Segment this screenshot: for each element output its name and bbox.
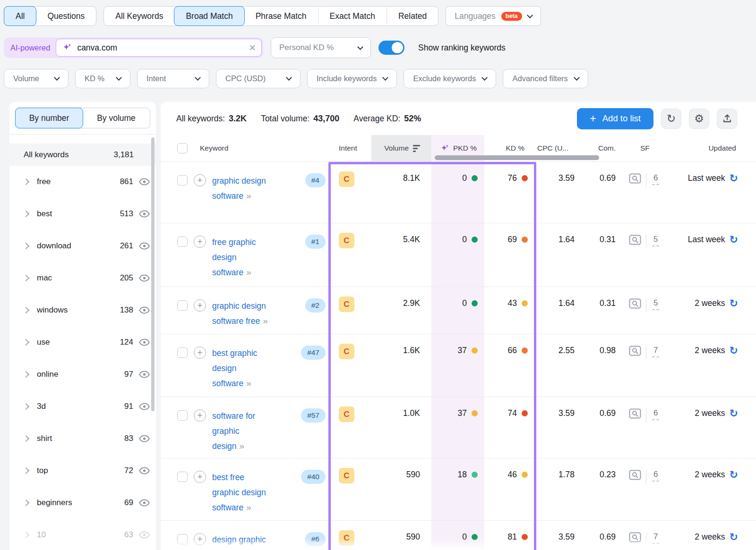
eye-icon[interactable] [139, 210, 150, 218]
sf-count[interactable]: 5 [652, 298, 659, 310]
row-checkbox[interactable] [177, 472, 188, 482]
eye-icon[interactable] [139, 306, 150, 314]
add-keyword-icon[interactable]: + [194, 174, 206, 186]
refresh-metrics-icon[interactable]: ↻ [730, 346, 738, 356]
horizontal-scrollbar[interactable] [435, 155, 599, 160]
col-volume[interactable]: Volume [371, 135, 431, 161]
row-checkbox[interactable] [177, 175, 188, 186]
eye-icon[interactable] [139, 242, 150, 250]
personal-kd-dropdown[interactable]: Personal KD % [271, 37, 371, 58]
sf-count[interactable]: 6 [652, 470, 659, 482]
group-row-free[interactable]: free861 [9, 166, 156, 198]
keyword-link[interactable]: design graphic software» [212, 532, 287, 550]
position-badge[interactable]: #4 [305, 173, 326, 187]
position-badge[interactable]: #40 [301, 470, 326, 484]
group-row-beginners[interactable]: beginners69 [9, 487, 156, 519]
refresh-metrics-icon[interactable]: ↻ [730, 298, 738, 309]
group-row-best[interactable]: best513 [9, 198, 156, 230]
group-row-mac[interactable]: mac205 [9, 262, 156, 294]
row-checkbox[interactable] [177, 237, 188, 247]
col-updated[interactable]: Updated [676, 135, 756, 161]
tab-by-volume[interactable]: By volume [83, 108, 150, 128]
row-checkbox[interactable] [177, 410, 188, 421]
position-badge[interactable]: #57 [301, 408, 326, 423]
sf-count[interactable]: 5 [652, 235, 659, 246]
keyword-link[interactable]: graphic design software» [212, 173, 287, 203]
serp-features-icon[interactable] [629, 173, 641, 184]
sf-count[interactable]: 6 [652, 173, 659, 185]
position-badge[interactable]: #47 [301, 346, 326, 360]
tab-all-keywords[interactable]: All Keywords [104, 7, 174, 25]
group-row-download[interactable]: download261 [9, 230, 156, 262]
position-badge[interactable]: #2 [305, 298, 326, 313]
refresh-metrics-icon[interactable]: ↻ [730, 235, 738, 245]
eye-icon[interactable] [139, 435, 150, 442]
sf-count[interactable]: 7 [652, 532, 659, 544]
col-intent[interactable]: Intent [328, 135, 371, 161]
position-badge[interactable]: #1 [305, 235, 326, 249]
keyword-link[interactable]: graphic design software free» [212, 298, 287, 329]
volume-filter[interactable]: Volume [4, 69, 69, 88]
add-keyword-icon[interactable]: + [194, 409, 206, 422]
add-keyword-icon[interactable]: + [194, 236, 206, 248]
serp-features-icon[interactable] [629, 532, 641, 542]
keyword-link[interactable]: free graphic design software» [212, 235, 275, 280]
intent-filter[interactable]: Intent [137, 69, 209, 88]
clear-icon[interactable]: × [249, 42, 256, 53]
tab-broad-match[interactable]: Broad Match [174, 6, 244, 26]
group-row-3d[interactable]: 3d91 [9, 390, 156, 423]
refresh-metrics-icon[interactable]: ↻ [730, 470, 738, 480]
group-row-windows[interactable]: windows138 [9, 294, 156, 326]
eye-icon[interactable] [139, 371, 150, 378]
show-ranking-keywords-toggle[interactable] [378, 41, 404, 55]
serp-features-icon[interactable] [629, 298, 641, 309]
group-row-10[interactable]: 1063 [9, 519, 156, 550]
eye-icon[interactable] [139, 274, 150, 282]
kd-filter[interactable]: KD % [75, 69, 130, 88]
sf-count[interactable]: 7 [652, 346, 659, 357]
languages-dropdown[interactable]: Languages beta [446, 6, 541, 26]
group-row-shirt[interactable]: shirt83 [9, 423, 156, 455]
add-keyword-icon[interactable]: + [194, 347, 206, 359]
col-sf[interactable]: SF [621, 135, 676, 161]
advanced-filters[interactable]: Advanced filters [503, 69, 588, 88]
tab-related[interactable]: Related [387, 7, 438, 25]
add-keyword-icon[interactable]: + [194, 471, 206, 483]
keyword-link[interactable]: software for graphic design» [212, 408, 272, 454]
cpc-filter[interactable]: CPC (USD) [216, 69, 301, 88]
eye-icon[interactable] [139, 531, 150, 539]
refresh-button[interactable]: ↻ [661, 109, 681, 129]
row-checkbox[interactable] [177, 347, 188, 358]
row-checkbox[interactable] [177, 300, 188, 311]
add-to-list-button[interactable]: + Add to list [577, 108, 653, 129]
tab-questions[interactable]: Questions [36, 7, 96, 25]
eye-icon[interactable] [139, 338, 150, 346]
sf-count[interactable]: 6 [652, 408, 659, 420]
add-keyword-icon[interactable]: + [194, 533, 206, 545]
tab-phrase-match[interactable]: Phrase Match [244, 7, 318, 25]
serp-features-icon[interactable] [629, 408, 641, 419]
eye-icon[interactable] [139, 467, 150, 474]
all-keywords-row[interactable]: All keywords 3,181 [9, 144, 156, 166]
include-keywords-filter[interactable]: Include keywords [307, 69, 397, 88]
exclude-keywords-filter[interactable]: Exclude keywords [404, 69, 496, 88]
refresh-metrics-icon[interactable]: ↻ [730, 532, 738, 542]
refresh-metrics-icon[interactable]: ↻ [730, 408, 738, 419]
col-keyword[interactable]: Keyword [200, 144, 228, 152]
serp-features-icon[interactable] [629, 470, 641, 480]
tab-all[interactable]: All [4, 6, 36, 26]
settings-button[interactable]: ⚙ [689, 109, 709, 129]
group-row-online[interactable]: online97 [9, 358, 156, 390]
keyword-link[interactable]: best free graphic design software» [212, 470, 271, 515]
tab-exact-match[interactable]: Exact Match [318, 7, 387, 25]
group-row-top[interactable]: top72 [9, 455, 156, 487]
export-button[interactable] [717, 109, 737, 129]
eye-icon[interactable] [139, 178, 150, 186]
search-input[interactable] [77, 43, 244, 53]
eye-icon[interactable] [139, 499, 150, 507]
keyword-link[interactable]: best graphic design software» [212, 346, 265, 391]
sidebar-scrollbar[interactable] [151, 137, 155, 411]
tab-by-number[interactable]: By number [15, 108, 83, 128]
serp-features-icon[interactable] [629, 346, 641, 356]
refresh-metrics-icon[interactable]: ↻ [730, 173, 738, 184]
